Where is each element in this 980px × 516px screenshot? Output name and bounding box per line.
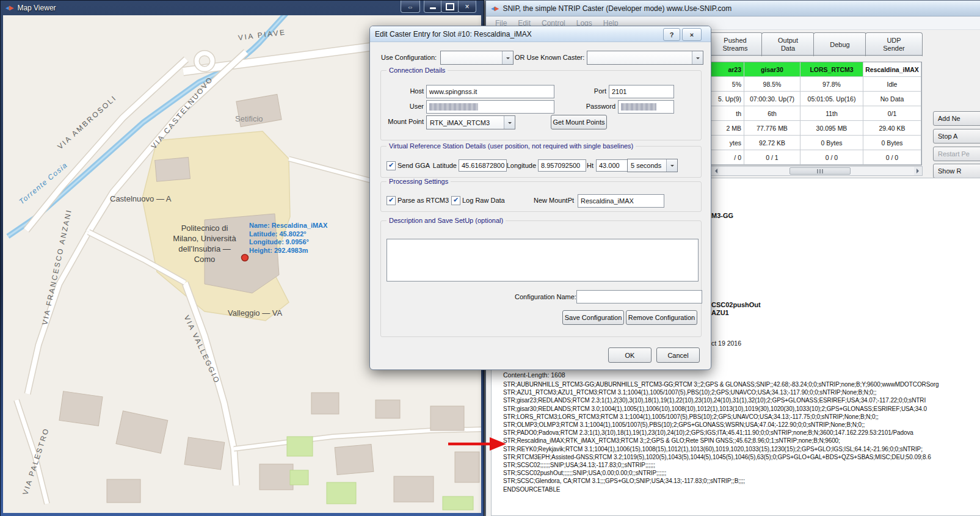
table-cell[interactable]: 6th — [744, 106, 800, 121]
log-fragment: AZU1 — [711, 309, 729, 316]
logo-right-icon: ▶ — [9, 5, 14, 11]
dialog-title: Edit Caster Entry for Slot #10: Rescaldi… — [375, 30, 532, 38]
processing-settings-title: Processing Settings — [387, 178, 451, 185]
table-header-cell[interactable]: gisar30 — [744, 62, 800, 77]
scroll-left-icon[interactable] — [711, 167, 719, 175]
parse-rtcm3-checkbox[interactable]: ✔ — [387, 196, 396, 205]
host-input[interactable]: www.spingnss.it — [426, 85, 554, 98]
save-configuration-button[interactable]: Save Configuration — [562, 310, 624, 325]
scroll-right-icon[interactable] — [914, 167, 922, 175]
edit-caster-dialog: Edit Caster Entry for Slot #10: Rescaldi… — [369, 26, 711, 370]
port-label: Port — [584, 87, 606, 95]
table-cell[interactable]: 0 / 1 — [744, 150, 800, 165]
snip-window-title: SNIP, the simple NTRIP Caster (Developer… — [503, 4, 731, 13]
show-report-button[interactable]: Show R — [933, 164, 980, 178]
port-input[interactable]: 2101 — [609, 85, 674, 98]
table-cell[interactable]: 0/1 — [863, 106, 921, 121]
close-icon: × — [690, 31, 694, 38]
chevron-down-icon[interactable] — [504, 116, 515, 129]
table-cell[interactable]: / 0 — [711, 150, 744, 165]
get-mount-points-button[interactable]: Get Mount Points — [551, 115, 607, 129]
remove-configuration-button[interactable]: Remove Configuration — [626, 310, 697, 325]
longitude-input[interactable]: 8.957092500 — [538, 159, 586, 172]
source-table-block: STR;AUBURNHILLS_RTCM3-GG;AUBURNHILLS_RTC… — [503, 380, 938, 493]
tab-output-data[interactable]: Output Data — [761, 32, 815, 56]
table-cell[interactable]: 5. Up(9) — [711, 92, 744, 106]
gga-rate-combo[interactable]: 5 seconds — [627, 159, 678, 172]
table-cell[interactable]: 98.5% — [744, 77, 800, 92]
dialog-close-button[interactable]: × — [682, 28, 702, 41]
source-table-line: STR;SCSC02pushOut;;;;;;SNIP;USA;0.00;0.0… — [503, 469, 938, 477]
use-configuration-combo[interactable] — [440, 51, 514, 65]
table-cell[interactable]: 0 Bytes — [863, 136, 921, 150]
map-viewer-titlebar[interactable]: ◀ ▶ Map Viewer ⇔ × — [1, 1, 484, 15]
connection-details-title: Connection Details — [387, 67, 448, 74]
chevron-down-icon[interactable] — [666, 159, 677, 172]
help-button[interactable]: ? — [663, 28, 680, 41]
table-cell[interactable]: 0 / 0 — [863, 150, 921, 165]
source-table-line: STR;AUBURNHILLS_RTCM3-GG;AUBURNHILLS_RTC… — [503, 380, 938, 388]
log-fragment: CSC02pushOut — [711, 301, 761, 308]
mount-point-combo[interactable]: RTK_iMAX_RTCM3 — [426, 115, 515, 129]
table-cell[interactable]: 29.40 KB — [863, 121, 921, 136]
minimize-button[interactable] — [424, 1, 442, 13]
table-cell[interactable]: 92.72 KB — [744, 136, 800, 150]
new-mountpt-input[interactable]: Rescaldina_iMAX — [578, 194, 664, 208]
tab-strip-baseline — [708, 55, 923, 56]
table-cell[interactable]: 0 Bytes — [800, 136, 863, 150]
known-caster-combo[interactable] — [587, 51, 703, 65]
table-header-cell[interactable]: ar23 — [711, 62, 744, 77]
table-cell[interactable]: No Data — [863, 92, 921, 106]
stop-all-button[interactable]: Stop A — [933, 129, 980, 144]
chevron-down-icon[interactable] — [502, 51, 513, 64]
description-group-title: Description and Save SetUp (optional) — [387, 217, 506, 224]
source-table-end: ENDSOURCETABLE — [503, 485, 938, 493]
cancel-button[interactable]: Cancel — [656, 347, 700, 363]
new-mountpt-label: New MountPt — [534, 197, 574, 204]
ok-button[interactable]: OK — [608, 347, 652, 363]
tab-pushed-streams[interactable]: Pushed Streams — [708, 32, 763, 56]
ht-input[interactable]: 43.000 — [596, 159, 628, 172]
annotation-arrow-icon — [447, 435, 508, 453]
scrollbar-thumb[interactable] — [789, 167, 851, 175]
table-header-cell[interactable]: Rescaldina_iMAX — [863, 62, 921, 77]
table-cell[interactable]: 30.095 MB — [800, 121, 863, 136]
marker-info-height: Height: 292.4983m — [249, 247, 327, 255]
latitude-input[interactable]: 45.616872800 — [459, 159, 507, 172]
dialog-titlebar[interactable]: Edit Caster Entry for Slot #10: Rescaldi… — [370, 26, 711, 42]
table-cell[interactable]: 11th — [800, 106, 863, 121]
tab-debug[interactable]: Debug — [813, 32, 866, 56]
snip-titlebar[interactable]: ◀ ▶ SNIP, the simple NTRIP Caster (Devel… — [486, 1, 980, 16]
table-cell[interactable]: 05:01:05. Up(16) — [800, 92, 863, 106]
table-cell[interactable]: 97.8% — [800, 77, 863, 92]
user-input[interactable] — [426, 100, 554, 114]
password-input[interactable] — [618, 100, 674, 114]
table-cell[interactable]: 5% — [711, 77, 744, 92]
table-header-cell[interactable]: LORS_RTCM3 — [800, 62, 863, 77]
configuration-name-input[interactable] — [576, 290, 702, 303]
maximize-button[interactable] — [441, 1, 459, 13]
table-cell[interactable]: Idle — [863, 77, 921, 92]
log-raw-data-checkbox[interactable]: ✔ — [451, 196, 460, 205]
configuration-name-label: Configuration Name: — [515, 293, 576, 300]
marker-info-name: Name: Rescaldina_iMAX — [249, 222, 327, 230]
table-cell[interactable]: th — [711, 106, 744, 121]
table-cell[interactable]: 07:00:30. Up(7) — [744, 92, 800, 106]
close-icon: × — [465, 2, 469, 11]
description-textarea[interactable] — [387, 239, 699, 282]
table-cell[interactable]: ytes — [711, 136, 744, 150]
host-label: Host — [394, 87, 424, 95]
tab-udp-sender[interactable]: UDP Sender — [865, 32, 923, 56]
send-gga-checkbox[interactable]: ✔ — [387, 161, 396, 170]
source-table-line: STR;SCSC02;;;;;;SNIP;USA;34.13;-117.83;0… — [503, 461, 938, 469]
table-cell[interactable]: 77.776 MB — [744, 121, 800, 136]
table-cell[interactable]: 2 MB — [711, 121, 744, 136]
table-horizontal-scrollbar[interactable] — [711, 166, 923, 176]
restart-pending-button[interactable]: Restart Pe — [933, 147, 980, 161]
chevron-down-icon[interactable] — [692, 51, 703, 64]
table-cell[interactable]: 0 / 0 — [800, 150, 863, 165]
add-new-button[interactable]: Add Ne — [933, 111, 980, 126]
close-button[interactable]: × — [458, 1, 476, 13]
swap-view-button[interactable]: ⇔ — [401, 1, 420, 13]
send-gga-label: Send GGA — [397, 162, 430, 169]
